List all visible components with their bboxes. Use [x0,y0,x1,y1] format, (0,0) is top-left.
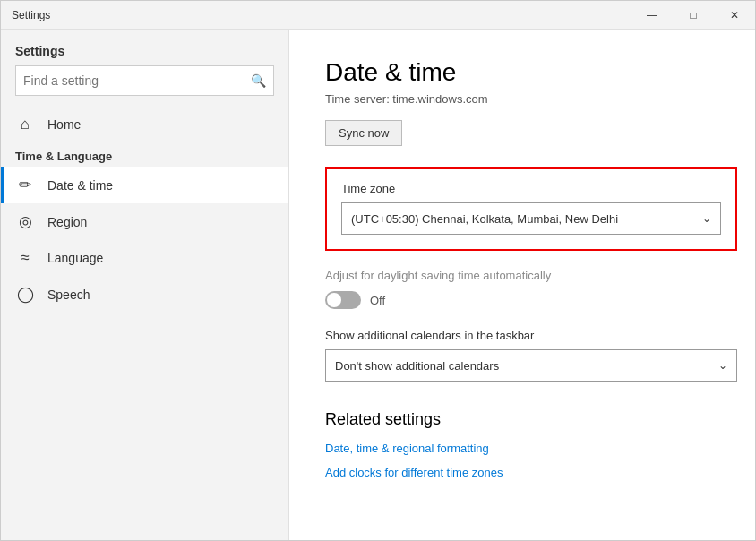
home-icon: ⌂ [15,116,35,133]
date-time-icon: ✏ [15,176,35,194]
language-icon: ≈ [15,249,35,267]
search-icon: 🔍 [251,73,266,88]
main-panel: Date & time Time server: time.windows.co… [289,30,755,540]
sidebar-header: Settings [1,30,288,65]
close-button[interactable]: ✕ [714,1,755,30]
sidebar-item-language[interactable]: ≈ Language [1,240,288,276]
timezone-chevron-icon: ⌄ [702,212,711,225]
timezone-select[interactable]: (UTC+05:30) Chennai, Kolkata, Mumbai, Ne… [341,202,721,235]
sidebar-item-date-time-label: Date & time [47,178,113,193]
main-content: Settings 🔍 ⌂ Home Time & Language ✏ Date… [1,30,755,540]
related-settings-title: Related settings [325,410,719,429]
sidebar-item-language-label: Language [47,251,103,265]
title-bar: Settings — □ ✕ [1,1,755,30]
minimize-button[interactable]: — [631,1,673,30]
sidebar-item-home-label: Home [47,117,81,132]
time-server-label: Time server: time.windows.com [325,92,719,106]
sidebar: Settings 🔍 ⌂ Home Time & Language ✏ Date… [1,30,289,540]
page-title: Date & time [325,58,719,87]
sidebar-item-speech[interactable]: ◯ Speech [1,276,288,313]
sidebar-item-date-time[interactable]: ✏ Date & time [1,167,288,203]
related-link-clocks[interactable]: Add clocks for different time zones [325,466,719,479]
daylight-saving-label: Adjust for daylight saving time automati… [325,269,719,282]
window-controls: — □ ✕ [631,1,755,30]
toggle-state-label: Off [370,294,385,307]
sidebar-item-speech-label: Speech [47,288,90,302]
speech-icon: ◯ [15,285,35,304]
timezone-label: Time zone [341,182,721,195]
sync-now-button[interactable]: Sync now [325,120,402,146]
calendars-selected-value: Don't show additional calendars [335,359,499,373]
calendars-chevron-icon: ⌄ [718,359,727,372]
timezone-selected-value: (UTC+05:30) Chennai, Kolkata, Mumbai, Ne… [351,212,618,226]
toggle-row: Off [325,291,719,309]
daylight-toggle[interactable] [325,291,361,309]
calendars-select[interactable]: Don't show additional calendars ⌄ [325,349,737,382]
sidebar-item-home[interactable]: ⌂ Home [1,107,288,142]
sidebar-section-label: Time & Language [1,142,288,167]
search-box[interactable]: 🔍 [15,65,274,96]
related-link-formatting[interactable]: Date, time & regional formatting [325,442,719,455]
settings-window: Settings — □ ✕ Settings 🔍 ⌂ Home Time & … [0,0,756,541]
timezone-section: Time zone (UTC+05:30) Chennai, Kolkata, … [325,167,737,251]
sidebar-item-region-label: Region [47,215,87,229]
region-icon: ◎ [15,212,35,231]
calendars-label: Show additional calendars in the taskbar [325,329,719,342]
window-title: Settings [12,9,50,21]
maximize-button[interactable]: □ [673,1,714,30]
sidebar-item-region[interactable]: ◎ Region [1,203,288,240]
search-input[interactable] [23,73,251,88]
